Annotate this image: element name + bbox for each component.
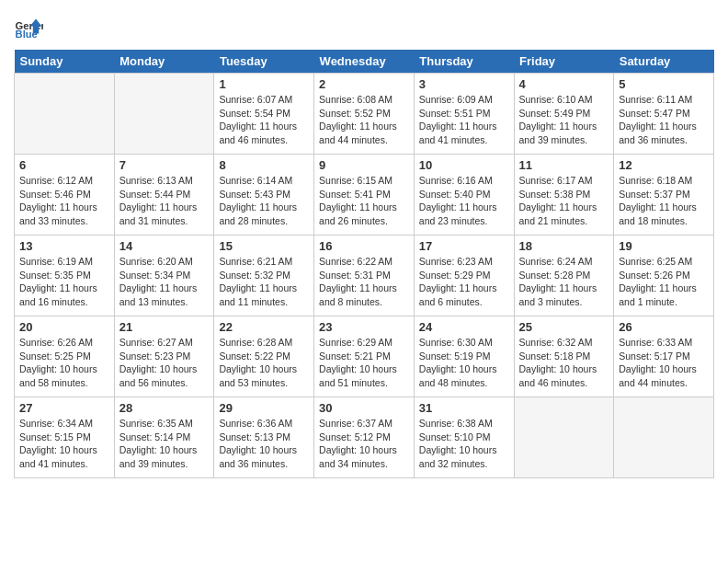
- weekday-header-row: SundayMondayTuesdayWednesdayThursdayFrid…: [15, 50, 714, 74]
- calendar-cell: 16Sunrise: 6:22 AMSunset: 5:31 PMDayligh…: [314, 236, 415, 316]
- sunrise-text: Sunrise: 6:12 AM: [19, 175, 93, 186]
- sunrise-text: Sunrise: 6:34 AM: [19, 418, 93, 429]
- sunrise-text: Sunrise: 6:19 AM: [19, 256, 93, 267]
- calendar-cell: 15Sunrise: 6:21 AMSunset: 5:32 PMDayligh…: [214, 236, 314, 316]
- day-number: 12: [619, 158, 709, 172]
- calendar-cell: 17Sunrise: 6:23 AMSunset: 5:29 PMDayligh…: [414, 236, 514, 316]
- daylight-text: Daylight: 11 hours and 44 minutes.: [319, 121, 397, 145]
- cell-info: Sunrise: 6:15 AMSunset: 5:41 PMDaylight:…: [319, 174, 409, 228]
- daylight-text: Daylight: 10 hours and 58 minutes.: [19, 363, 97, 388]
- calendar-cell: 10Sunrise: 6:16 AMSunset: 5:40 PMDayligh…: [414, 155, 514, 236]
- calendar-cell: 3Sunrise: 6:09 AMSunset: 5:51 PMDaylight…: [414, 74, 514, 155]
- day-number: 16: [319, 239, 409, 253]
- sunset-text: Sunset: 5:44 PM: [119, 189, 191, 200]
- sunrise-text: Sunrise: 6:32 AM: [519, 337, 593, 348]
- sunset-text: Sunset: 5:18 PM: [519, 350, 591, 362]
- sunset-text: Sunset: 5:31 PM: [319, 270, 391, 281]
- week-row-1: 1Sunrise: 6:07 AMSunset: 5:54 PMDaylight…: [15, 74, 714, 155]
- sunset-text: Sunset: 5:47 PM: [619, 108, 690, 119]
- calendar-cell: 26Sunrise: 6:33 AMSunset: 5:17 PMDayligh…: [614, 316, 714, 397]
- day-number: 20: [19, 320, 109, 334]
- daylight-text: Daylight: 10 hours and 46 minutes.: [519, 363, 597, 388]
- calendar-cell: 21Sunrise: 6:27 AMSunset: 5:23 PMDayligh…: [114, 316, 214, 397]
- sunrise-text: Sunrise: 6:35 AM: [119, 418, 193, 429]
- cell-info: Sunrise: 6:16 AMSunset: 5:40 PMDaylight:…: [419, 174, 509, 228]
- cell-info: Sunrise: 6:34 AMSunset: 5:15 PMDaylight:…: [19, 417, 109, 471]
- calendar-cell: [15, 74, 115, 155]
- day-number: 13: [19, 239, 109, 253]
- sunrise-text: Sunrise: 6:20 AM: [119, 256, 193, 267]
- day-number: 31: [419, 401, 509, 415]
- calendar-cell: 11Sunrise: 6:17 AMSunset: 5:38 PMDayligh…: [514, 155, 614, 236]
- cell-info: Sunrise: 6:14 AMSunset: 5:43 PMDaylight:…: [219, 174, 309, 228]
- calendar-container: General Blue SundayMondayTuesdayWednesda…: [0, 0, 728, 486]
- daylight-text: Daylight: 10 hours and 41 minutes.: [19, 444, 97, 469]
- calendar-cell: 13Sunrise: 6:19 AMSunset: 5:35 PMDayligh…: [15, 236, 115, 316]
- daylight-text: Daylight: 11 hours and 16 minutes.: [19, 282, 97, 307]
- day-number: 30: [319, 401, 409, 415]
- logo-icon: General Blue: [14, 13, 43, 42]
- calendar-cell: [614, 397, 714, 478]
- sunrise-text: Sunrise: 6:14 AM: [219, 175, 292, 186]
- cell-info: Sunrise: 6:13 AMSunset: 5:44 PMDaylight:…: [119, 174, 210, 228]
- day-number: 29: [219, 401, 309, 415]
- daylight-text: Daylight: 11 hours and 28 minutes.: [219, 201, 297, 226]
- sunrise-text: Sunrise: 6:07 AM: [219, 94, 292, 105]
- daylight-text: Daylight: 11 hours and 1 minute.: [619, 282, 697, 307]
- sunrise-text: Sunrise: 6:25 AM: [619, 256, 692, 267]
- calendar-cell: 20Sunrise: 6:26 AMSunset: 5:25 PMDayligh…: [15, 316, 115, 397]
- day-number: 24: [419, 320, 509, 334]
- sunset-text: Sunset: 5:29 PM: [419, 270, 491, 281]
- weekday-header-friday: Friday: [514, 50, 614, 74]
- cell-info: Sunrise: 6:33 AMSunset: 5:17 PMDaylight:…: [619, 336, 709, 390]
- daylight-text: Daylight: 10 hours and 39 minutes.: [119, 444, 198, 469]
- sunset-text: Sunset: 5:14 PM: [119, 431, 191, 442]
- daylight-text: Daylight: 11 hours and 21 minutes.: [519, 201, 597, 226]
- calendar-body: 1Sunrise: 6:07 AMSunset: 5:54 PMDaylight…: [15, 74, 714, 478]
- cell-info: Sunrise: 6:08 AMSunset: 5:52 PMDaylight:…: [319, 93, 409, 147]
- daylight-text: Daylight: 11 hours and 46 minutes.: [219, 121, 297, 145]
- calendar-cell: 9Sunrise: 6:15 AMSunset: 5:41 PMDaylight…: [314, 155, 415, 236]
- day-number: 14: [119, 239, 210, 253]
- sunset-text: Sunset: 5:26 PM: [619, 270, 690, 281]
- calendar-cell: 30Sunrise: 6:37 AMSunset: 5:12 PMDayligh…: [314, 397, 415, 478]
- daylight-text: Daylight: 10 hours and 36 minutes.: [219, 444, 297, 469]
- day-number: 22: [219, 320, 309, 334]
- day-number: 15: [219, 239, 309, 253]
- week-row-2: 6Sunrise: 6:12 AMSunset: 5:46 PMDaylight…: [15, 155, 714, 236]
- logo: General Blue: [14, 13, 45, 42]
- sunset-text: Sunset: 5:17 PM: [619, 350, 690, 362]
- cell-info: Sunrise: 6:26 AMSunset: 5:25 PMDaylight:…: [19, 336, 109, 390]
- cell-info: Sunrise: 6:20 AMSunset: 5:34 PMDaylight:…: [119, 255, 210, 309]
- sunrise-text: Sunrise: 6:36 AM: [219, 418, 292, 429]
- sunset-text: Sunset: 5:15 PM: [19, 431, 91, 442]
- daylight-text: Daylight: 11 hours and 6 minutes.: [419, 282, 497, 307]
- daylight-text: Daylight: 10 hours and 53 minutes.: [219, 363, 297, 388]
- calendar-cell: 27Sunrise: 6:34 AMSunset: 5:15 PMDayligh…: [15, 397, 115, 478]
- sunrise-text: Sunrise: 6:09 AM: [419, 94, 493, 105]
- weekday-header-thursday: Thursday: [414, 50, 514, 74]
- calendar-cell: 31Sunrise: 6:38 AMSunset: 5:10 PMDayligh…: [414, 397, 514, 478]
- cell-info: Sunrise: 6:07 AMSunset: 5:54 PMDaylight:…: [219, 93, 309, 147]
- daylight-text: Daylight: 10 hours and 56 minutes.: [119, 363, 198, 388]
- calendar-cell: 12Sunrise: 6:18 AMSunset: 5:37 PMDayligh…: [614, 155, 714, 236]
- day-number: 9: [319, 158, 409, 172]
- weekday-header-monday: Monday: [114, 50, 214, 74]
- calendar-cell: 1Sunrise: 6:07 AMSunset: 5:54 PMDaylight…: [214, 74, 314, 155]
- calendar-cell: 25Sunrise: 6:32 AMSunset: 5:18 PMDayligh…: [514, 316, 614, 397]
- sunrise-text: Sunrise: 6:17 AM: [519, 175, 593, 186]
- day-number: 5: [619, 77, 709, 91]
- daylight-text: Daylight: 11 hours and 41 minutes.: [419, 121, 497, 145]
- day-number: 18: [519, 239, 609, 253]
- calendar-cell: 2Sunrise: 6:08 AMSunset: 5:52 PMDaylight…: [314, 74, 415, 155]
- sunset-text: Sunset: 5:41 PM: [319, 189, 391, 200]
- daylight-text: Daylight: 10 hours and 34 minutes.: [319, 444, 397, 469]
- sunset-text: Sunset: 5:13 PM: [219, 431, 290, 442]
- sunrise-text: Sunrise: 6:29 AM: [319, 337, 392, 348]
- calendar-cell: 29Sunrise: 6:36 AMSunset: 5:13 PMDayligh…: [214, 397, 314, 478]
- cell-info: Sunrise: 6:10 AMSunset: 5:49 PMDaylight:…: [519, 93, 609, 147]
- daylight-text: Daylight: 11 hours and 39 minutes.: [519, 121, 597, 145]
- week-row-3: 13Sunrise: 6:19 AMSunset: 5:35 PMDayligh…: [15, 236, 714, 316]
- day-number: 21: [119, 320, 210, 334]
- sunrise-text: Sunrise: 6:37 AM: [319, 418, 392, 429]
